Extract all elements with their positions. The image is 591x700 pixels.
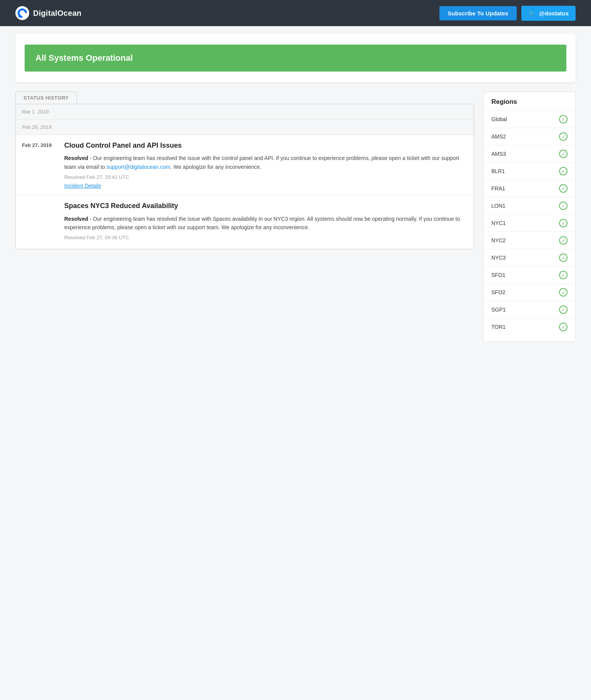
svg-rect-2 bbox=[18, 16, 20, 17]
incident-body: Resolved - Our engineering team has reso… bbox=[64, 154, 467, 171]
region-name: NYC1 bbox=[491, 220, 506, 226]
region-name: AMS2 bbox=[491, 133, 506, 140]
region-row: NYC1✓ bbox=[484, 214, 575, 232]
incident-date-2 bbox=[22, 202, 57, 243]
date-row-feb28: Feb 28, 2019 bbox=[16, 120, 474, 135]
logo: DigitalOcean bbox=[15, 6, 82, 20]
region-row: SFO2✓ bbox=[484, 283, 575, 301]
header-actions: Subscribe To Updates 🐦 @dostatus bbox=[439, 6, 576, 21]
incident-body-suffix: . We apologize for any inconvenience. bbox=[170, 164, 261, 170]
region-name: SGP1 bbox=[491, 307, 506, 313]
region-operational-icon: ✓ bbox=[559, 219, 568, 227]
region-operational-icon: ✓ bbox=[559, 288, 568, 297]
region-operational-icon: ✓ bbox=[559, 115, 568, 123]
history-table: Mar 1, 2019 Feb 28, 2019 Feb 27, 2019 Cl… bbox=[15, 104, 474, 249]
incident-title-2: Spaces NYC3 Reduced Availability bbox=[64, 202, 467, 210]
region-name: SFO1 bbox=[491, 272, 506, 278]
incident-resolved-time: Resolved Feb 27, 20:42 UTC bbox=[64, 174, 467, 180]
region-name: AMS3 bbox=[491, 151, 506, 157]
history-tab[interactable]: STATUS HISTORY bbox=[15, 92, 77, 104]
status-banner: All Systems Operational bbox=[25, 45, 566, 72]
twitter-label: @dostatus bbox=[539, 10, 569, 17]
region-row: AMS3✓ bbox=[484, 145, 575, 162]
incident-body-2: Resolved - Our engineering team has reso… bbox=[64, 215, 467, 232]
region-row: FRA1✓ bbox=[484, 180, 575, 197]
region-row: SFO1✓ bbox=[484, 266, 575, 283]
regions-panel: Regions Global✓AMS2✓AMS3✓BLR1✓FRA1✓LON1✓… bbox=[483, 92, 576, 342]
svg-point-0 bbox=[15, 6, 29, 20]
date-row-mar1: Mar 1, 2019 bbox=[16, 104, 474, 120]
region-operational-icon: ✓ bbox=[559, 132, 568, 141]
status-card: All Systems Operational bbox=[15, 34, 576, 82]
header: DigitalOcean Subscribe To Updates 🐦 @dos… bbox=[0, 0, 591, 26]
digitalocean-logo-icon bbox=[15, 6, 29, 20]
incident-content-2: Spaces NYC3 Reduced Availability Resolve… bbox=[64, 202, 467, 243]
region-operational-icon: ✓ bbox=[559, 305, 568, 314]
region-operational-icon: ✓ bbox=[559, 150, 568, 158]
region-operational-icon: ✓ bbox=[559, 323, 568, 331]
region-row: Global✓ bbox=[484, 110, 575, 128]
region-operational-icon: ✓ bbox=[559, 236, 568, 245]
svg-rect-1 bbox=[20, 16, 22, 18]
incident-title: Cloud Control Panel and API Issues bbox=[64, 141, 467, 150]
region-operational-icon: ✓ bbox=[559, 202, 568, 210]
region-name: NYC3 bbox=[491, 255, 506, 261]
regions-title: Regions bbox=[484, 98, 575, 110]
support-email-link[interactable]: support@digitalocean.com bbox=[107, 164, 170, 170]
region-row: LON1✓ bbox=[484, 197, 575, 214]
incident-row: Feb 27, 2019 Cloud Control Panel and API… bbox=[16, 135, 474, 195]
region-operational-icon: ✓ bbox=[559, 271, 568, 279]
logo-text: DigitalOcean bbox=[33, 9, 82, 18]
regions-list: Global✓AMS2✓AMS3✓BLR1✓FRA1✓LON1✓NYC1✓NYC… bbox=[484, 110, 575, 335]
region-name: SFO2 bbox=[491, 289, 506, 295]
subscribe-button[interactable]: Subscribe To Updates bbox=[439, 6, 517, 20]
region-operational-icon: ✓ bbox=[559, 253, 568, 262]
resolved-label: Resolved bbox=[64, 155, 88, 161]
history-section: STATUS HISTORY Mar 1, 2019 Feb 28, 2019 … bbox=[15, 92, 474, 249]
region-name: FRA1 bbox=[491, 185, 505, 192]
incident-details-link[interactable]: Incident Details bbox=[64, 183, 101, 189]
incident-row-2: Spaces NYC3 Reduced Availability Resolve… bbox=[16, 195, 474, 249]
region-name: LON1 bbox=[491, 203, 506, 209]
incident-content: Cloud Control Panel and API Issues Resol… bbox=[64, 141, 467, 189]
svg-rect-3 bbox=[18, 14, 20, 16]
region-name: NYC2 bbox=[491, 237, 506, 243]
status-banner-text: All Systems Operational bbox=[35, 53, 133, 63]
region-row: BLR1✓ bbox=[484, 162, 575, 180]
region-row: NYC2✓ bbox=[484, 232, 575, 249]
main-content: STATUS HISTORY Mar 1, 2019 Feb 28, 2019 … bbox=[15, 92, 576, 342]
incident-body-text-2: - Our engineering team has resolved the … bbox=[64, 216, 460, 230]
region-row: NYC3✓ bbox=[484, 249, 575, 266]
region-operational-icon: ✓ bbox=[559, 167, 568, 175]
region-operational-icon: ✓ bbox=[559, 184, 568, 193]
resolved-label-2: Resolved bbox=[64, 216, 88, 222]
incident-date: Feb 27, 2019 bbox=[22, 141, 57, 189]
region-name: BLR1 bbox=[491, 168, 505, 174]
region-row: TOR1✓ bbox=[484, 318, 575, 335]
region-name: Global bbox=[491, 116, 507, 122]
region-row: AMS2✓ bbox=[484, 128, 575, 145]
twitter-button[interactable]: 🐦 @dostatus bbox=[521, 6, 576, 21]
region-row: SGP1✓ bbox=[484, 301, 575, 318]
incident-resolved-time-2: Resolved Feb 27, 04:38 UTC bbox=[64, 235, 467, 240]
region-name: TOR1 bbox=[491, 324, 506, 330]
twitter-icon: 🐦 bbox=[528, 10, 536, 17]
